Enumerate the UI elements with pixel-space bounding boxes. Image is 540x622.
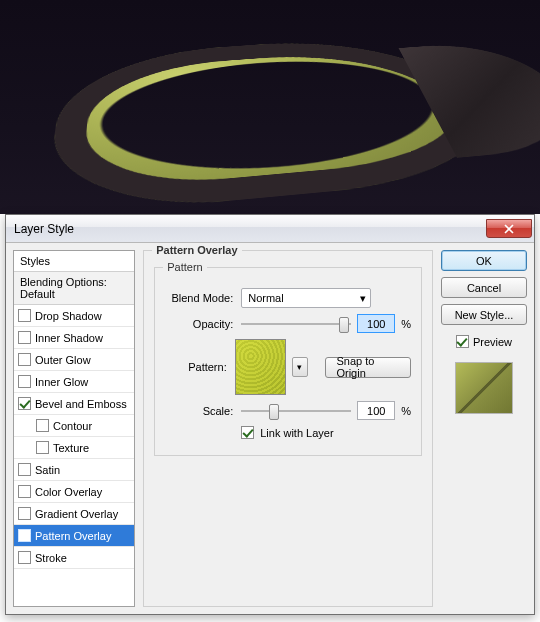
blending-options-row[interactable]: Blending Options: Default <box>14 272 134 305</box>
pattern-swatch[interactable] <box>235 339 286 395</box>
style-item-contour[interactable]: Contour <box>14 415 134 437</box>
style-label: Color Overlay <box>35 486 102 498</box>
titlebar: Layer Style <box>6 215 534 243</box>
chevron-down-icon: ▾ <box>360 292 366 305</box>
style-label: Contour <box>53 420 92 432</box>
link-with-layer-label: Link with Layer <box>260 427 333 439</box>
style-label: Stroke <box>35 552 67 564</box>
link-with-layer-checkbox[interactable] <box>241 426 254 439</box>
percent-label: % <box>401 405 411 417</box>
blend-mode-label: Blend Mode: <box>165 292 235 304</box>
style-checkbox[interactable] <box>18 529 31 542</box>
style-label: Gradient Overlay <box>35 508 118 520</box>
blend-mode-dropdown[interactable]: Normal ▾ <box>241 288 371 308</box>
style-checkbox[interactable] <box>36 419 49 432</box>
style-item-color-overlay[interactable]: Color Overlay <box>14 481 134 503</box>
style-label: Bevel and Emboss <box>35 398 127 410</box>
style-checkbox[interactable] <box>18 485 31 498</box>
style-checkbox[interactable] <box>18 507 31 520</box>
style-label: Satin <box>35 464 60 476</box>
close-button[interactable] <box>486 219 532 238</box>
scale-slider[interactable] <box>241 402 351 420</box>
style-label: Texture <box>53 442 89 454</box>
style-checkbox[interactable] <box>18 463 31 476</box>
style-item-gradient-overlay[interactable]: Gradient Overlay <box>14 503 134 525</box>
opacity-slider[interactable] <box>241 315 351 333</box>
style-checkbox[interactable] <box>36 441 49 454</box>
style-checkbox[interactable] <box>18 309 31 322</box>
close-icon <box>504 224 514 234</box>
style-label: Inner Shadow <box>35 332 103 344</box>
scale-input[interactable] <box>357 401 395 420</box>
blend-mode-value: Normal <box>248 292 283 304</box>
new-style-button[interactable]: New Style... <box>441 304 527 325</box>
subgroup-title: Pattern <box>163 261 206 273</box>
chevron-down-icon: ▾ <box>297 362 302 372</box>
cancel-button[interactable]: Cancel <box>441 277 527 298</box>
style-item-stroke[interactable]: Stroke <box>14 547 134 569</box>
style-item-pattern-overlay[interactable]: Pattern Overlay <box>14 525 134 547</box>
layer-style-dialog: Layer Style Styles Blending Options: Def… <box>5 214 535 615</box>
style-checkbox[interactable] <box>18 331 31 344</box>
scale-label: Scale: <box>165 405 235 417</box>
group-title: Pattern Overlay <box>152 244 241 256</box>
preview-checkbox[interactable] <box>456 335 469 348</box>
percent-label: % <box>401 318 411 330</box>
style-item-inner-glow[interactable]: Inner Glow <box>14 371 134 393</box>
pattern-subgroup: Pattern Blend Mode: Normal ▾ Opacity: <box>154 267 422 456</box>
style-checkbox[interactable] <box>18 551 31 564</box>
opacity-input[interactable] <box>357 314 395 333</box>
style-label: Inner Glow <box>35 376 88 388</box>
style-item-inner-shadow[interactable]: Inner Shadow <box>14 327 134 349</box>
style-label: Pattern Overlay <box>35 530 111 542</box>
preview-label: Preview <box>473 336 512 348</box>
snap-to-origin-button[interactable]: Snap to Origin <box>325 357 411 378</box>
style-checkbox[interactable] <box>18 353 31 366</box>
pattern-label: Pattern: <box>165 361 228 373</box>
style-item-satin[interactable]: Satin <box>14 459 134 481</box>
style-item-bevel-and-emboss[interactable]: Bevel and Emboss <box>14 393 134 415</box>
style-item-drop-shadow[interactable]: Drop Shadow <box>14 305 134 327</box>
pattern-overlay-group: Pattern Overlay Pattern Blend Mode: Norm… <box>143 250 433 607</box>
pattern-picker-button[interactable]: ▾ <box>292 357 308 377</box>
artwork-letter <box>44 32 522 214</box>
ok-button[interactable]: OK <box>441 250 527 271</box>
dialog-title: Layer Style <box>14 222 74 236</box>
style-checkbox[interactable] <box>18 375 31 388</box>
canvas-preview <box>0 0 540 214</box>
opacity-label: Opacity: <box>165 318 235 330</box>
styles-list: Styles Blending Options: Default Drop Sh… <box>13 250 135 607</box>
styles-header[interactable]: Styles <box>14 251 134 272</box>
style-label: Drop Shadow <box>35 310 102 322</box>
style-label: Outer Glow <box>35 354 91 366</box>
preview-swatch <box>455 362 513 414</box>
style-checkbox[interactable] <box>18 397 31 410</box>
style-item-outer-glow[interactable]: Outer Glow <box>14 349 134 371</box>
style-item-texture[interactable]: Texture <box>14 437 134 459</box>
